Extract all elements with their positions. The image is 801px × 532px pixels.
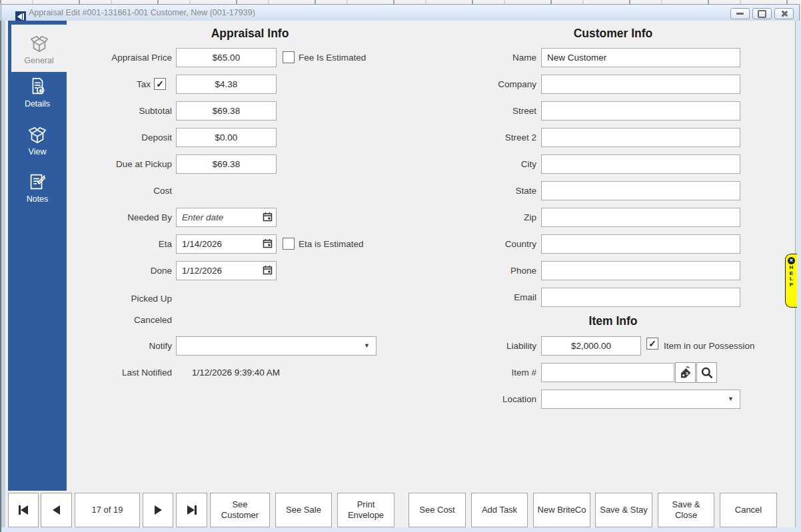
last-notified-value: 1/12/2026 9:39:40 AM	[192, 363, 280, 382]
due-at-pickup-input[interactable]	[176, 154, 277, 174]
done-calendar-button[interactable]	[262, 265, 273, 276]
document-download-icon	[27, 77, 47, 97]
liability-input[interactable]	[541, 336, 641, 356]
first-record-button[interactable]	[8, 493, 39, 527]
add-task-button[interactable]: Add Task	[471, 493, 528, 527]
open-box-icon	[27, 125, 47, 144]
location-label: Location	[434, 390, 536, 409]
name-input[interactable]	[541, 48, 740, 67]
chevron-down-icon: ▼	[364, 342, 370, 349]
street-label: Street	[434, 101, 536, 121]
company-label: Company	[434, 75, 536, 94]
calendar-icon	[263, 265, 273, 275]
item-number-input[interactable]	[541, 363, 674, 382]
sidebar-item-label: View	[8, 147, 67, 156]
minimize-icon	[736, 13, 744, 15]
zip-input[interactable]	[541, 208, 740, 227]
window-frame-right	[797, 21, 801, 532]
city-input[interactable]	[541, 154, 740, 174]
skip-last-icon	[195, 505, 197, 515]
price-tag-button[interactable]: $	[675, 362, 696, 383]
save-and-stay-button[interactable]: Save & Stay	[595, 493, 652, 527]
done-date-input[interactable]: 1/12/2026	[176, 261, 277, 280]
notify-label: Notify	[67, 336, 172, 356]
eta-is-estimated-checkbox[interactable]	[283, 238, 295, 250]
next-record-button[interactable]	[143, 493, 173, 527]
cancel-button[interactable]: Cancel	[720, 493, 777, 527]
eta-date-value: 1/14/2026	[182, 235, 222, 253]
picked-up-label: Picked Up	[67, 289, 172, 308]
street-input[interactable]	[541, 101, 740, 121]
sidebar-item-notes[interactable]: Notes	[8, 172, 67, 204]
country-input[interactable]	[541, 234, 740, 254]
deposit-input[interactable]	[176, 128, 277, 147]
new-briteco-button[interactable]: New BriteCo	[533, 493, 590, 527]
state-label: State	[434, 181, 536, 200]
phone-label: Phone	[434, 261, 536, 280]
print-envelope-button[interactable]: Print Envelope	[337, 493, 395, 527]
needed-by-calendar-button[interactable]	[262, 212, 273, 223]
help-tab-label: HELP	[788, 265, 794, 288]
last-record-button[interactable]	[176, 493, 207, 527]
window-frame-bottom	[1, 527, 801, 532]
calendar-icon	[263, 212, 273, 222]
sidebar-item-details[interactable]: Details	[8, 77, 67, 109]
eta-date-input[interactable]: 1/14/2026	[176, 234, 277, 254]
previous-record-button[interactable]	[41, 493, 72, 527]
maximize-icon	[758, 10, 766, 18]
previous-icon	[53, 505, 60, 515]
title-bar: Appraisal Edit #001-131661-001 Customer,…	[1, 4, 800, 21]
name-label: Name	[434, 48, 536, 67]
needed-by-date-input[interactable]: Enter date	[176, 208, 277, 227]
close-button[interactable]	[774, 8, 794, 19]
checkbox-mark: ✓	[647, 338, 658, 349]
see-sale-button[interactable]: See Sale	[275, 493, 332, 527]
email-label: Email	[434, 288, 536, 307]
item-info-title: Item Info	[486, 314, 740, 328]
country-label: Country	[434, 234, 536, 254]
price-tag-icon: $	[679, 366, 692, 380]
close-icon	[780, 10, 788, 17]
help-close-icon: ×	[788, 257, 795, 264]
street2-input[interactable]	[541, 128, 740, 147]
canceled-label: Canceled	[67, 310, 172, 330]
sidebar-item-label: Details	[8, 99, 67, 109]
sidebar: General Details View	[8, 21, 67, 491]
see-cost-button[interactable]: See Cost	[408, 493, 466, 527]
appraisal-price-input[interactable]	[176, 48, 277, 67]
notify-dropdown[interactable]: ▼	[176, 336, 377, 356]
eta-calendar-button[interactable]	[262, 238, 273, 250]
save-and-close-button[interactable]: Save & Close	[658, 493, 714, 527]
minimize-button[interactable]	[730, 8, 750, 19]
subtotal-input[interactable]	[176, 101, 277, 121]
state-input[interactable]	[541, 181, 740, 200]
deposit-label: Deposit	[67, 128, 172, 147]
sidebar-item-general[interactable]: General	[11, 25, 67, 72]
item-search-button[interactable]	[696, 362, 717, 383]
done-date-value: 1/12/2026	[182, 262, 222, 280]
item-in-possession-checkbox[interactable]: ✓	[646, 338, 658, 350]
svg-text:$: $	[686, 371, 688, 376]
street2-label: Street 2	[434, 128, 536, 147]
location-dropdown[interactable]: ▼	[541, 390, 740, 409]
maximize-button[interactable]	[752, 8, 772, 19]
company-input[interactable]	[541, 75, 740, 94]
email-input[interactable]	[541, 288, 740, 307]
zip-label: Zip	[434, 208, 536, 227]
phone-input[interactable]	[541, 261, 740, 280]
fee-is-estimated-checkbox[interactable]	[283, 51, 295, 63]
sidebar-item-label: Notes	[8, 194, 67, 204]
help-tab[interactable]: × HELP	[785, 254, 797, 308]
tax-input[interactable]	[176, 75, 277, 94]
city-label: City	[434, 154, 536, 174]
calendar-icon	[263, 238, 273, 248]
see-customer-button[interactable]: See Customer	[210, 493, 270, 527]
last-notified-label: Last Notified	[67, 363, 172, 382]
cost-label: Cost	[67, 181, 172, 200]
fee-is-estimated-label: Fee Is Estimated	[299, 48, 366, 67]
sidebar-item-view[interactable]: View	[8, 125, 67, 156]
skip-last-icon	[187, 505, 195, 515]
tax-checkbox[interactable]: ✓	[154, 78, 166, 90]
record-position: 17 of 19	[75, 493, 140, 527]
window-title: Appraisal Edit #001-131661-001 Customer,…	[29, 8, 255, 17]
